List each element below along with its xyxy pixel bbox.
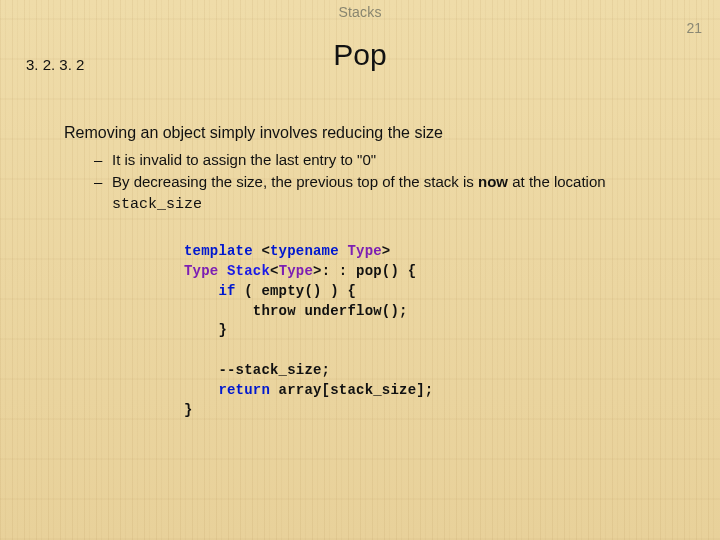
code-block: template <typename Type> Type Stack<Type… [184, 222, 433, 421]
intro-text: Removing an object simply involves reduc… [64, 124, 680, 142]
body-content: Removing an object simply involves reduc… [64, 124, 680, 217]
code-line: return array[stack_size]; [184, 382, 433, 398]
bullet-text: It is invalid to assign the last entry t… [112, 150, 376, 170]
code-line: throw underflow(); [184, 303, 408, 319]
code-line: Type Stack<Type>: : pop() { [184, 263, 416, 279]
bullet-dash: – [94, 172, 112, 192]
header-label: Stacks [0, 4, 720, 20]
code-line: if ( empty() ) { [184, 283, 356, 299]
page-title: Pop [0, 38, 720, 72]
code-line: } [184, 402, 193, 418]
bullet-dash: – [94, 150, 112, 170]
bullet-text: By decreasing the size, the previous top… [112, 172, 680, 215]
code-line: template <typename Type> [184, 243, 390, 259]
page-number: 21 [686, 20, 702, 36]
list-item: – It is invalid to assign the last entry… [94, 150, 680, 170]
list-item: – By decreasing the size, the previous t… [94, 172, 680, 215]
code-line: } [184, 322, 227, 338]
bullet-list: – It is invalid to assign the last entry… [94, 150, 680, 215]
code-line: --stack_size; [184, 362, 330, 378]
